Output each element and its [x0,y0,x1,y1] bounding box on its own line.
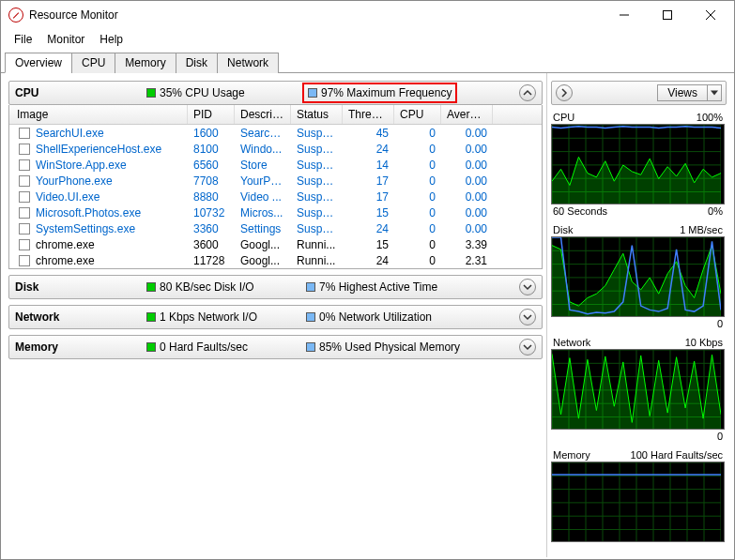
cpu-usage-label: 35% CPU Usage [160,86,245,99]
graph-scale: 100% [697,112,723,123]
graph-footer-right: 0 [717,318,723,329]
cell-pid: 11728 [188,254,235,267]
col-status[interactable]: Status [291,105,343,124]
table-row[interactable]: chrome.exe3600Googl...Runni...1503.39 [9,236,542,252]
network-util-label: 0% Network Utilization [319,310,432,324]
cell-threads: 17 [343,190,394,204]
cpu-table-body[interactable]: SearchUI.exe1600Search ...Suspe...4500.0… [9,125,542,267]
titlebar: Resource Monitor [1,1,734,29]
views-button[interactable]: Views [657,84,708,101]
cell-status: Suspe... [291,206,343,219]
right-toolbar: Views [551,81,727,105]
disk-io-legend-icon [146,282,156,292]
row-checkbox[interactable] [19,191,30,203]
collapse-graphs-button[interactable] [556,84,573,101]
cell-threads: 45 [343,127,394,140]
col-desc[interactable]: Descrip... [235,105,291,124]
cpu-freq-label: 97% Maximum Frequency [321,86,452,99]
cell-desc: YourPh... [235,174,291,188]
cell-avg: 0.00 [441,159,493,172]
network-expand-button[interactable] [519,309,536,325]
row-checkbox[interactable] [19,159,30,171]
table-row[interactable]: WinStore.App.exe6560StoreSuspe...1400.00 [9,157,542,173]
cell-threads: 24 [343,254,394,267]
col-avg[interactable]: Averag... [441,105,493,124]
graph-disk: Disk1 MB/sec0 [551,223,725,330]
cell-cpu: 0 [394,190,441,204]
cell-desc: Store [235,159,291,172]
table-row[interactable]: YourPhone.exe7708YourPh...Suspe...1700.0… [9,173,542,189]
disk-expand-button[interactable] [519,279,536,295]
row-checkbox[interactable] [19,255,30,266]
cell-avg: 0.00 [441,127,493,140]
table-row[interactable]: SearchUI.exe1600Search ...Suspe...4500.0… [9,125,542,141]
col-pid[interactable]: PID [188,105,235,124]
cell-status: Runni... [291,254,343,267]
cell-image: SystemSettings.exe [36,222,135,235]
network-section-header[interactable]: Network 1 Kbps Network I/O 0% Network Ut… [8,305,543,329]
cell-image: Video.UI.exe [36,190,100,204]
tab-cpu[interactable]: CPU [71,53,115,73]
chevron-down-icon [523,282,532,292]
table-row[interactable]: ShellExperienceHost.exe8100Windo...Suspe… [9,141,542,157]
cell-image: SearchUI.exe [36,127,104,140]
cell-pid: 6560 [188,159,235,172]
chevron-down-icon [523,342,532,352]
tab-disk[interactable]: Disk [176,53,218,73]
table-row[interactable]: chrome.exe11728Googl...Runni...2402.31 [9,252,542,267]
table-row[interactable]: SystemSettings.exe3360SettingsSuspe...24… [9,220,542,236]
memory-used-legend-icon [306,342,315,352]
cpu-section-header[interactable]: CPU 35% CPU Usage 97% Maximum Frequency [8,81,543,105]
chevron-down-icon [523,312,532,322]
cell-pid: 1600 [188,127,235,140]
network-util-legend-icon [306,312,315,322]
cell-avg: 3.39 [441,238,493,251]
cell-cpu: 0 [394,206,441,219]
cpu-section-title: CPU [15,86,146,99]
tab-memory[interactable]: Memory [115,53,176,73]
row-checkbox[interactable] [19,144,30,155]
disk-section-header[interactable]: Disk 80 KB/sec Disk I/O 7% Highest Activ… [8,275,543,299]
menu-help[interactable]: Help [94,31,129,48]
col-threads[interactable]: Threads [343,105,394,124]
row-checkbox[interactable] [19,223,30,235]
cell-cpu: 0 [394,174,441,188]
cell-pid: 8100 [188,143,235,156]
menu-file[interactable]: File [8,31,38,48]
row-checkbox[interactable] [19,239,30,250]
row-checkbox[interactable] [19,207,30,219]
close-button[interactable] [689,1,732,29]
cell-image: ShellExperienceHost.exe [36,143,161,156]
menu-monitor[interactable]: Monitor [41,31,90,48]
cell-threads: 15 [343,238,394,251]
col-image[interactable]: Image [17,108,48,121]
graph-footer-right: 0% [708,205,723,217]
chevron-right-icon [559,88,569,98]
cell-desc: Googl... [235,254,291,267]
col-cpu[interactable]: CPU [394,105,441,124]
table-row[interactable]: Video.UI.exe8880Video ...Suspe...1700.00 [9,189,542,204]
row-checkbox[interactable] [19,175,30,187]
views-dropdown-button[interactable] [708,84,722,101]
cpu-collapse-button[interactable] [519,84,536,101]
graphs-panel[interactable]: CPU100%60 Seconds0%Disk1 MB/sec0Network1… [551,111,727,550]
tab-overview[interactable]: Overview [5,53,72,73]
minimize-button[interactable] [603,1,646,29]
cpu-usage-legend-icon [146,88,156,98]
cell-pid: 10732 [188,206,235,219]
table-row[interactable]: Microsoft.Photos.exe10732Micros...Suspe.… [9,204,542,220]
memory-expand-button[interactable] [519,339,536,356]
tab-network[interactable]: Network [217,53,279,73]
window-title: Resource Monitor [29,8,603,22]
maximize-icon [663,10,672,20]
memory-section-header[interactable]: Memory 0 Hard Faults/sec 85% Used Physic… [8,335,543,359]
graph-canvas [551,236,725,317]
graph-footer-left: 60 Seconds [553,205,607,217]
maximize-button[interactable] [646,1,689,29]
cell-cpu: 0 [394,254,441,267]
row-checkbox[interactable] [19,128,30,139]
cell-image: chrome.exe [36,238,95,251]
cell-avg: 0.00 [441,190,493,204]
graph-scale: 10 Kbps [685,337,723,348]
disk-active-label: 7% Highest Active Time [319,280,437,294]
